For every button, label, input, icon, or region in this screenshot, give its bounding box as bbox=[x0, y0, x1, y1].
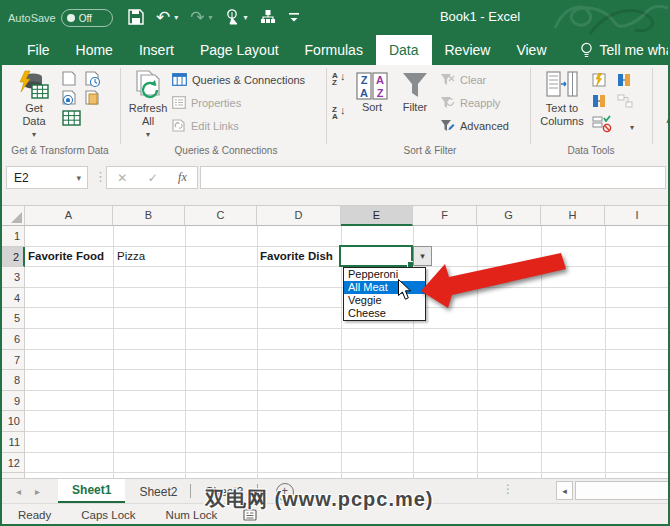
queries-connections-button[interactable]: Queries & Connections bbox=[172, 73, 305, 86]
reapply-filter-button: Reapply bbox=[440, 96, 500, 109]
insert-function-icon[interactable]: fx bbox=[178, 170, 187, 185]
refresh-all-icon bbox=[133, 70, 163, 102]
formula-bar-row: E2 ▾ ⋮ ✕ ✓ fx bbox=[0, 160, 670, 206]
group-divider bbox=[120, 68, 121, 144]
cell-a2[interactable]: Favorite Food bbox=[28, 246, 104, 267]
column-header-h[interactable]: H bbox=[541, 205, 605, 226]
column-header-g[interactable]: G bbox=[477, 205, 541, 226]
text-to-columns-icon bbox=[546, 70, 578, 102]
data-tools-small-icons[interactable] bbox=[592, 73, 648, 137]
prev-sheet-icon[interactable]: ◂ bbox=[16, 486, 21, 497]
svg-text:Z: Z bbox=[361, 74, 368, 86]
tab-data[interactable]: Data bbox=[376, 35, 432, 65]
column-header-e[interactable]: E bbox=[341, 205, 413, 226]
row-header-7[interactable]: 7 bbox=[0, 350, 25, 371]
row-header-4[interactable]: 4 bbox=[0, 288, 25, 309]
formula-input[interactable] bbox=[200, 166, 666, 189]
get-data-caret-icon: ▾ bbox=[32, 128, 36, 141]
group-label-get-transform: Get & Transform Data bbox=[0, 145, 120, 156]
lightbulb-icon bbox=[580, 42, 593, 59]
cell-b2[interactable]: Pizza bbox=[117, 246, 145, 267]
group-divider bbox=[652, 68, 653, 144]
text-to-columns-button[interactable]: Text to Columns bbox=[536, 70, 588, 128]
mouse-cursor-icon bbox=[398, 279, 413, 302]
tell-me-label: Tell me what you want to do bbox=[600, 42, 670, 58]
down-arrow-icon: ↓ bbox=[340, 73, 346, 80]
row-header-6[interactable]: 6 bbox=[0, 329, 25, 350]
sheet-tab-sheet2[interactable]: Sheet2 bbox=[125, 479, 191, 504]
data-validation-caret-icon[interactable]: ▾ bbox=[630, 123, 634, 132]
annotation-arrow-icon bbox=[405, 240, 580, 325]
column-header-b[interactable]: B bbox=[113, 205, 185, 226]
gridline bbox=[113, 226, 114, 478]
row-header-10[interactable]: 10 bbox=[0, 411, 25, 432]
ribbon: Get Data ▾ Refresh All ▾ Querie bbox=[0, 65, 670, 161]
tab-scroll-splitter-icon[interactable]: ⋮ bbox=[502, 482, 514, 496]
row-header-11[interactable]: 11 bbox=[0, 432, 25, 453]
sort-za-letters: ZA bbox=[332, 105, 338, 121]
svg-text:A: A bbox=[360, 87, 368, 99]
tab-formulas[interactable]: Formulas bbox=[292, 35, 376, 65]
column-header-f[interactable]: F bbox=[413, 205, 477, 226]
hscroll-left-button[interactable]: ◂ bbox=[556, 481, 573, 500]
sheet-tab-sheet1[interactable]: Sheet1 bbox=[58, 479, 125, 504]
name-box-value: E2 bbox=[14, 171, 29, 185]
filter-button[interactable]: Filter bbox=[396, 71, 434, 114]
tab-view[interactable]: View bbox=[503, 35, 559, 65]
sort-button[interactable]: Z A A Z Sort bbox=[352, 71, 392, 114]
refresh-all-button[interactable]: Refresh All ▾ bbox=[126, 70, 170, 141]
text-to-columns-label: Text to Columns bbox=[536, 102, 588, 128]
row-header-3[interactable]: 3 bbox=[0, 267, 25, 288]
sort-icon: Z A A Z bbox=[356, 71, 388, 101]
status-caps-lock: Caps Lock bbox=[81, 509, 135, 521]
hscroll-thumb[interactable] bbox=[575, 481, 670, 500]
clear-filter-icon bbox=[440, 73, 455, 86]
get-transform-small-icons[interactable] bbox=[62, 71, 114, 141]
row-header-12[interactable]: 12 bbox=[0, 453, 25, 474]
get-data-label: Get Data bbox=[16, 102, 52, 128]
refresh-all-label: Refresh All bbox=[126, 102, 170, 128]
tell-me-box[interactable]: Tell me what you want to do bbox=[560, 35, 670, 65]
row-header-5[interactable]: 5 bbox=[0, 308, 25, 329]
advanced-filter-button[interactable]: Advanced bbox=[440, 119, 509, 132]
tab-page-layout[interactable]: Page Layout bbox=[187, 35, 292, 65]
selected-cell-e2[interactable] bbox=[339, 245, 413, 267]
tab-insert[interactable]: Insert bbox=[126, 35, 187, 65]
tab-file[interactable]: File bbox=[14, 35, 63, 65]
get-data-icon bbox=[17, 70, 51, 102]
excel-window: { "titlebar": {"autosave_label": "AutoSa… bbox=[0, 0, 670, 526]
properties-label: Properties bbox=[191, 97, 241, 109]
advanced-filter-label: Advanced bbox=[460, 120, 509, 132]
down-arrow-icon: ↓ bbox=[340, 107, 346, 114]
cell-d2[interactable]: Favorite Dish bbox=[260, 246, 333, 267]
row-header-9[interactable]: 9 bbox=[0, 391, 25, 412]
sort-descending-button[interactable]: ZA ↓ bbox=[332, 106, 338, 120]
gridline bbox=[185, 226, 186, 478]
title-bar: AutoSave Off ↶▾ ↷▾ ▾ Book1 - Excel bbox=[0, 0, 670, 35]
edit-links-label: Edit Links bbox=[191, 120, 239, 132]
clear-filter-button: Clear bbox=[440, 73, 486, 86]
next-sheet-icon[interactable]: ▸ bbox=[35, 486, 40, 497]
column-header-a[interactable]: A bbox=[25, 205, 113, 226]
row-header-2[interactable]: 2 bbox=[0, 247, 25, 268]
select-all-button[interactable] bbox=[0, 205, 25, 226]
sort-ascending-button[interactable]: AZ ↓ bbox=[332, 72, 338, 86]
column-headers: A B C D E F G H I bbox=[0, 205, 670, 226]
name-box[interactable]: E2 ▾ bbox=[6, 166, 88, 189]
properties-icon bbox=[172, 96, 186, 109]
column-header-c[interactable]: C bbox=[185, 205, 257, 226]
name-box-caret-icon[interactable]: ▾ bbox=[76, 173, 81, 183]
tab-home[interactable]: Home bbox=[63, 35, 126, 65]
column-header-i[interactable]: I bbox=[605, 205, 670, 226]
tab-review[interactable]: Review bbox=[432, 35, 504, 65]
queries-connections-icon bbox=[172, 73, 187, 86]
group-label-sort-filter: Sort & Filter bbox=[330, 145, 530, 156]
window-border-left bbox=[0, 35, 2, 526]
column-header-d[interactable]: D bbox=[257, 205, 341, 226]
ribbon-tab-bar: File Home Insert Page Layout Formulas Da… bbox=[0, 35, 670, 65]
row-header-1[interactable]: 1 bbox=[0, 226, 25, 247]
row-header-8[interactable]: 8 bbox=[0, 370, 25, 391]
edit-links-icon bbox=[172, 119, 186, 132]
get-data-button[interactable]: Get Data ▾ bbox=[10, 70, 58, 141]
reapply-filter-label: Reapply bbox=[460, 97, 500, 109]
